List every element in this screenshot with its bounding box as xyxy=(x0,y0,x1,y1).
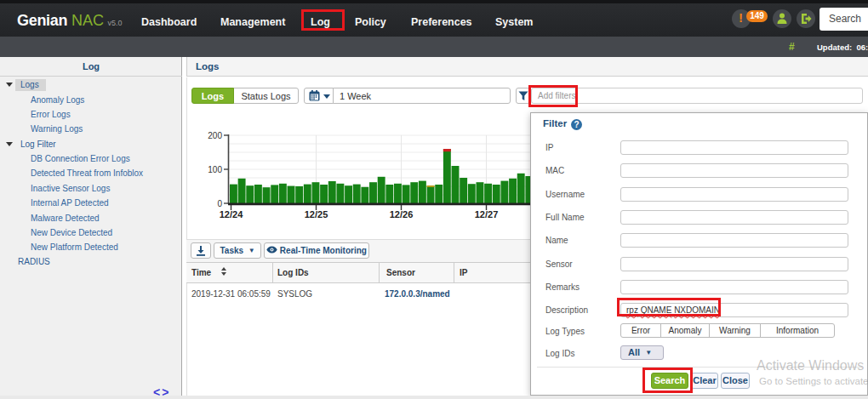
svg-text:12/24: 12/24 xyxy=(220,209,243,219)
svg-text:12/27: 12/27 xyxy=(475,209,499,219)
svg-text:12/26: 12/26 xyxy=(390,209,414,219)
svg-text:0: 0 xyxy=(217,199,222,208)
svg-text:200: 200 xyxy=(208,131,222,140)
svg-text:100: 100 xyxy=(208,165,222,174)
svg-text:12/25: 12/25 xyxy=(305,209,328,219)
